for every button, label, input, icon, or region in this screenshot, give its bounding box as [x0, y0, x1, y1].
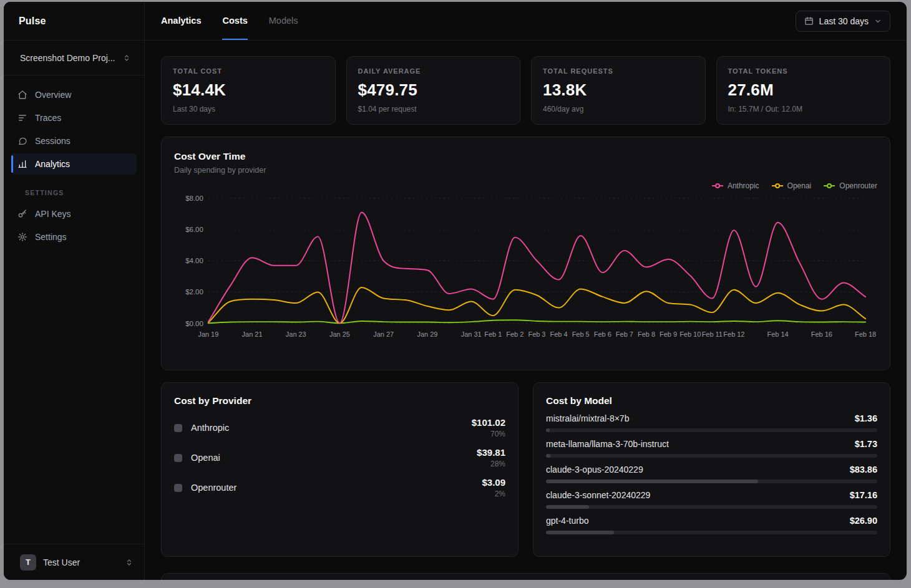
model-cost-bar — [546, 480, 877, 483]
sidebar-spacer — [4, 248, 144, 544]
stat-value: $14.4K — [173, 80, 324, 100]
svg-text:Feb 16: Feb 16 — [811, 330, 832, 338]
provider-value: $101.02 — [472, 417, 505, 428]
sidebar-item-overview[interactable]: Overview — [11, 84, 137, 105]
avatar: T — [20, 554, 36, 571]
svg-text:$8.00: $8.00 — [185, 195, 203, 202]
stat-label: TOTAL COST — [173, 67, 324, 75]
sidebar-item-label: Overview — [35, 90, 71, 100]
sidebar: Pulse Screenshot Demo Proj... Overview T… — [4, 2, 145, 580]
sidebar-nav: Overview Traces Sessions Analytics — [4, 75, 144, 248]
svg-text:Feb 6: Feb 6 — [594, 330, 611, 338]
tab-costs[interactable]: Costs — [222, 2, 247, 40]
app-logo: Pulse — [19, 16, 46, 27]
svg-text:Feb 11: Feb 11 — [702, 330, 723, 338]
svg-text:Feb 18: Feb 18 — [855, 330, 876, 338]
key-icon — [17, 209, 27, 219]
bottom-cards-row: Cost by Provider Anthropic $101.02 70% — [161, 382, 890, 557]
model-cost-bar — [546, 428, 877, 432]
model-value: $26.90 — [850, 516, 877, 526]
cost-by-model-card: Cost by Model mistralai/mixtral-8×7b $1.… — [533, 382, 890, 557]
date-range-button[interactable]: Last 30 days — [796, 11, 890, 32]
svg-text:$0.00: $0.00 — [185, 320, 203, 327]
chart-legend: Anthropic Openai Openrouter — [174, 181, 877, 191]
cost-by-provider-card: Cost by Provider Anthropic $101.02 70% — [161, 382, 519, 557]
model-row: claude-3-sonnet-20240229 $17.16 — [546, 490, 877, 509]
project-selector[interactable]: Screenshot Demo Proj... — [4, 41, 144, 75]
sidebar-item-label: Traces — [35, 113, 61, 123]
home-icon — [17, 90, 27, 100]
stats-row: TOTAL COST $14.4K Last 30 days DAILY AVE… — [161, 56, 890, 125]
model-name: claude-3-sonnet-20240229 — [546, 490, 650, 500]
model-row: gpt-4-turbo $26.90 — [546, 516, 877, 534]
card-title: Cost by Provider — [174, 395, 505, 407]
model-name: claude-3-opus-20240229 — [546, 465, 643, 475]
user-menu[interactable]: T Test User — [4, 544, 144, 580]
stat-value: $479.75 — [358, 80, 509, 100]
svg-text:Feb 5: Feb 5 — [572, 330, 590, 338]
bar-chart-icon — [17, 159, 27, 169]
stat-value: 27.6M — [728, 80, 879, 100]
line-marker-icon — [772, 183, 783, 189]
stat-card-daily-average: DAILY AVERAGE $479.75 $1.04 per request — [346, 56, 521, 125]
svg-text:Jan 19: Jan 19 — [198, 330, 218, 338]
svg-text:Jan 25: Jan 25 — [329, 330, 350, 338]
provider-list: Anthropic $101.02 70% Openai $39.81 — [174, 413, 505, 503]
svg-text:Jan 27: Jan 27 — [373, 330, 394, 338]
sidebar-item-analytics[interactable]: Analytics — [11, 153, 137, 175]
chevron-updown-icon — [123, 54, 130, 62]
sidebar-item-sessions[interactable]: Sessions — [11, 130, 137, 152]
tab-bar: Analytics Costs Models — [161, 2, 298, 40]
sidebar-item-api-keys[interactable]: API Keys — [11, 203, 137, 224]
svg-text:Feb 10: Feb 10 — [680, 330, 701, 338]
color-swatch-icon — [174, 484, 182, 492]
chevron-down-icon — [874, 17, 882, 25]
user-name: Test User — [43, 557, 125, 567]
svg-text:$4.00: $4.00 — [185, 257, 203, 264]
legend-item-openai: Openai — [772, 181, 812, 190]
calendar-icon — [804, 16, 814, 26]
svg-text:Feb 4: Feb 4 — [550, 330, 568, 338]
svg-text:$6.00: $6.00 — [185, 226, 203, 233]
stat-value: 13.8K — [543, 80, 694, 100]
stat-card-total-cost: TOTAL COST $14.4K Last 30 days — [161, 56, 336, 125]
project-name: Screenshot Demo Proj... — [20, 53, 115, 63]
legend-item-openrouter: Openrouter — [824, 181, 877, 190]
model-row: meta-llama/llama-3-70b-instruct $1.73 — [546, 439, 877, 458]
svg-text:$2.00: $2.00 — [185, 288, 203, 296]
date-range-label: Last 30 days — [819, 16, 869, 26]
sidebar-item-settings[interactable]: Settings — [11, 226, 137, 248]
model-name: mistralai/mixtral-8×7b — [546, 413, 629, 423]
tab-analytics[interactable]: Analytics — [161, 2, 201, 40]
provider-row-openai: Openai $39.81 28% — [174, 443, 505, 473]
model-name: gpt-4-turbo — [546, 516, 588, 526]
stat-subtext: Last 30 days — [173, 105, 324, 113]
tab-models[interactable]: Models — [269, 2, 298, 40]
legend-label: Anthropic — [728, 181, 759, 190]
provider-value: $39.81 — [477, 447, 505, 458]
svg-text:Feb 12: Feb 12 — [723, 330, 744, 338]
provider-name: Anthropic — [191, 423, 472, 433]
stat-label: DAILY AVERAGE — [358, 67, 509, 75]
model-name: meta-llama/llama-3-70b-instruct — [546, 439, 669, 449]
svg-text:Jan 21: Jan 21 — [242, 330, 263, 338]
chart-subtitle: Daily spending by provider — [174, 166, 877, 175]
card-title: Cost by Model — [546, 395, 877, 407]
model-value: $83.86 — [850, 465, 877, 475]
sidebar-item-traces[interactable]: Traces — [11, 107, 137, 128]
stat-subtext: In: 15.7M / Out: 12.0M — [728, 105, 879, 113]
sidebar-item-label: Settings — [35, 232, 67, 242]
main-panel: Analytics Costs Models Last 30 days TOTA… — [145, 2, 907, 580]
stat-card-total-tokens: TOTAL TOKENS 27.6M In: 15.7M / Out: 12.0… — [716, 56, 891, 125]
model-row: claude-3-opus-20240229 $83.86 — [546, 465, 877, 483]
sidebar-item-label: Sessions — [35, 136, 71, 146]
provider-name: Openai — [191, 453, 477, 463]
model-list: mistralai/mixtral-8×7b $1.36 meta-llama/… — [546, 413, 877, 534]
color-swatch-icon — [174, 454, 182, 462]
stat-subtext: 460/day avg — [543, 105, 694, 113]
logo-row: Pulse — [4, 2, 144, 41]
cost-over-time-chart: $0.00$2.00$4.00$6.00$8.00Jan 19Jan 21Jan… — [174, 193, 877, 343]
legend-label: Openai — [787, 181, 812, 190]
app-window: Pulse Screenshot Demo Proj... Overview T… — [4, 2, 907, 580]
provider-name: Openrouter — [191, 483, 482, 493]
